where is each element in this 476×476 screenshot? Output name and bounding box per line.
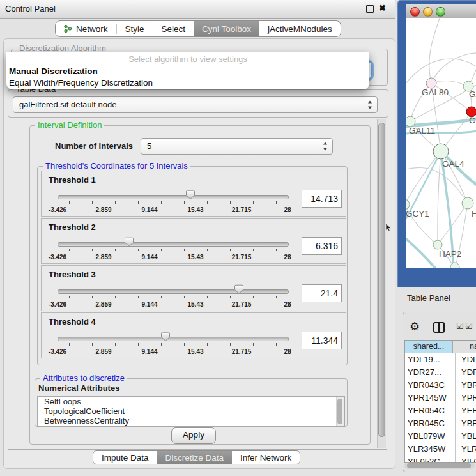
number-of-intervals-combobox[interactable]: 5	[141, 138, 333, 155]
threshold-slider-track[interactable]	[58, 195, 289, 199]
network-node-gal4[interactable]	[433, 144, 449, 159]
table-cell[interactable]: YER0	[456, 404, 476, 417]
table-cell[interactable]: YBR045C	[405, 417, 456, 430]
network-edge[interactable]	[431, 53, 476, 83]
close-traffic-light-icon[interactable]	[410, 7, 420, 17]
zoom-traffic-light-icon[interactable]	[436, 7, 445, 17]
network-window-titlebar[interactable]	[406, 4, 476, 19]
table-cell[interactable]: YBL0	[456, 430, 476, 443]
minimize-traffic-light-icon[interactable]	[423, 7, 433, 17]
threshold-value-field[interactable]: 6.316	[302, 237, 342, 255]
dropdown-option-equal-width-frequency[interactable]: Equal Width/Frequency Discretization	[6, 77, 369, 89]
slider-tick-label: 15.43	[176, 348, 215, 355]
network-node-gal11[interactable]	[406, 116, 415, 127]
table-cell[interactable]: YDL19...	[405, 353, 456, 366]
tab-cyni-toolbox[interactable]: Cyni Toolbox	[194, 21, 259, 36]
table-cell[interactable]: YBR0	[456, 379, 476, 392]
attribute-list-item[interactable]: SelfLoops	[38, 397, 344, 406]
threshold-slider-thumb[interactable]	[185, 190, 196, 200]
table-row[interactable]: YDL19...YDL1	[405, 353, 476, 366]
table-cell[interactable]: YLR3	[456, 443, 476, 456]
tab-style[interactable]: Style	[117, 21, 153, 36]
tab-network[interactable]: Network	[56, 21, 116, 36]
table-row[interactable]: YIL052CYIL0	[405, 456, 476, 463]
slider-tick	[104, 249, 104, 252]
table-cell[interactable]: YER054C	[405, 404, 456, 417]
network-edge-highlighted[interactable]	[406, 234, 438, 268]
combo-stepper-icon[interactable]	[368, 101, 372, 109]
float-window-icon[interactable]	[366, 5, 374, 13]
network-canvas[interactable]: GAL80GACGAL11GAL4GCY1HHAP2	[406, 18, 476, 268]
combo-stepper-icon[interactable]	[323, 142, 328, 151]
slider-tick	[69, 249, 70, 251]
table-cell[interactable]: YPR1	[456, 392, 476, 404]
list-scrollbar-thumb[interactable]	[337, 399, 342, 424]
table-row[interactable]: YDR27...YDR2	[405, 366, 476, 379]
network-edge[interactable]	[438, 151, 441, 245]
slider-tick	[196, 201, 196, 205]
table-row[interactable]: YER054CYER0	[405, 404, 476, 417]
network-edge[interactable]	[431, 81, 468, 86]
horizontal-scrollbar-thumb[interactable]	[407, 463, 471, 468]
threshold-value-field[interactable]: 21.4	[302, 284, 342, 302]
slider-tick-label: 9.144	[130, 301, 169, 308]
network-node-gal80[interactable]	[426, 78, 436, 88]
network-view-window[interactable]: GAL80GACGAL11GAL4GCY1HHAP2	[397, 0, 476, 287]
network-node-gcy1[interactable]	[406, 199, 410, 210]
table-cell[interactable]: YLR345W	[405, 443, 456, 456]
table-row[interactable]: YBR043CYBR0	[405, 379, 476, 392]
table-row[interactable]: YPR145WYPR1	[405, 392, 476, 404]
network-node-hap2[interactable]	[433, 240, 442, 249]
vertical-scrollbar-thumb[interactable]	[378, 123, 385, 437]
list-scrollbar-track[interactable]	[336, 397, 344, 426]
dropdown-option-manual-discretization[interactable]: Manual Discretization	[6, 66, 369, 77]
threshold-slider-track[interactable]	[58, 242, 289, 247]
apply-button[interactable]: Apply	[171, 427, 216, 444]
threshold-slider-thumb[interactable]	[234, 284, 244, 295]
slider-tick	[276, 343, 277, 346]
numerical-attributes-list[interactable]: SelfLoopsTopologicalCoefficientBetweenne…	[37, 396, 345, 427]
column-header-shared-[interactable]: shared...	[405, 341, 453, 353]
tab-impute-data[interactable]: Impute Data	[93, 451, 157, 464]
threshold-value-field[interactable]: 14.713	[302, 190, 342, 208]
network-node-h[interactable]	[462, 197, 473, 209]
network-edge[interactable]	[406, 168, 468, 203]
threshold-slider-track[interactable]	[58, 337, 289, 341]
table-row[interactable]: YBR045CYBR0	[405, 417, 476, 430]
columns-icon[interactable]	[433, 322, 445, 333]
table-cell[interactable]: YIL0	[456, 456, 476, 463]
slider-tick	[288, 296, 288, 300]
table-row[interactable]: YLR345WYLR3	[405, 443, 476, 456]
close-icon[interactable]: ✖	[379, 3, 386, 13]
threshold-slider-track[interactable]	[58, 289, 289, 294]
checkbox-icon[interactable]: ☑	[456, 321, 464, 331]
attribute-list-item[interactable]: BetweennessCentrality	[38, 416, 344, 426]
table-cell[interactable]: YBR0	[456, 417, 476, 430]
network-edge[interactable]	[468, 50, 476, 86]
table-row[interactable]: YBL079WYBL0	[405, 430, 476, 443]
attribute-list-item[interactable]: TopologicalCoefficient	[38, 406, 344, 416]
network-edge[interactable]	[429, 18, 441, 83]
threshold-value-field[interactable]: 11.344	[302, 332, 342, 349]
tab-infer-network[interactable]: Infer Network	[232, 451, 300, 464]
threshold-slider-thumb[interactable]	[124, 237, 134, 247]
gear-icon[interactable]: ⚙	[410, 319, 420, 334]
tab-jactivemnodules[interactable]: jActiveMNodules	[259, 21, 341, 36]
table-cell[interactable]: YDR2	[456, 366, 476, 379]
tab-discretize-data[interactable]: Discretize Data	[157, 451, 233, 464]
table-cell[interactable]: YIL052C	[405, 456, 456, 463]
threshold-slider-thumb[interactable]	[160, 332, 171, 342]
network-edge[interactable]	[406, 151, 441, 204]
table-cell[interactable]: YBR043C	[405, 379, 456, 392]
node-attribute-table[interactable]: shared...naYDL19...YDL1YDR27...YDR2YBR04…	[404, 340, 476, 463]
table-cell[interactable]: YBL079W	[405, 430, 456, 443]
tab-select[interactable]: Select	[153, 21, 194, 36]
table-cell[interactable]: YDR27...	[405, 366, 456, 379]
table-data-combobox[interactable]: galFiltered.sif default node	[13, 96, 378, 113]
checkbox-icon[interactable]: ☑	[465, 321, 473, 331]
column-header-na[interactable]: na	[453, 341, 476, 353]
network-node[interactable]	[450, 263, 459, 268]
table-cell[interactable]: YDL1	[456, 353, 476, 366]
table-cell[interactable]: YPR145W	[405, 392, 456, 404]
dropdown-placeholder-item[interactable]: Select algorithm to view settings	[6, 52, 369, 66]
